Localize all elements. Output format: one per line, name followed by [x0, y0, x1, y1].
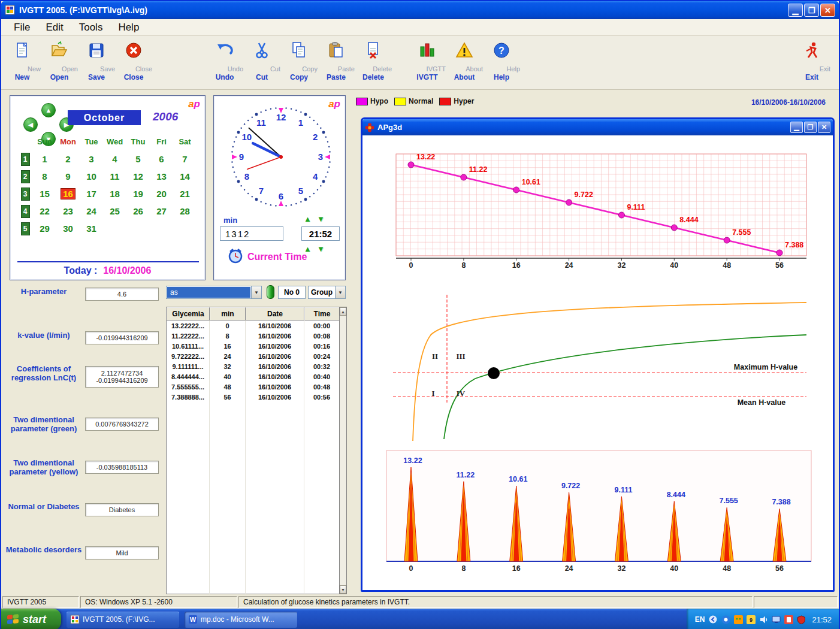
calendar-up-button[interactable]: ▲: [41, 103, 56, 117]
cut-button[interactable]: CutCut: [246, 40, 278, 83]
table-row[interactable]: 9.111111...3216/10/200600:32: [167, 361, 339, 371]
menu-tools[interactable]: Tools: [71, 20, 111, 35]
calendar-day[interactable]: 5: [134, 154, 142, 164]
save-button[interactable]: SaveSave: [80, 40, 113, 83]
calendar-month[interactable]: October: [68, 110, 141, 125]
dialer-icon[interactable]: [784, 615, 793, 624]
calendar-day-selected[interactable]: 16: [61, 188, 75, 199]
start-button[interactable]: start: [1, 609, 61, 629]
minutes-input[interactable]: 1312: [220, 226, 283, 241]
display-icon[interactable]: [771, 615, 781, 624]
calendar-day[interactable]: 27: [155, 206, 168, 216]
messenger-icon[interactable]: [721, 615, 730, 624]
about-button[interactable]: AboutAbout: [448, 40, 481, 83]
param-value-field[interactable]: 2.1127472734-0.019944316209: [85, 366, 159, 388]
calendar-day[interactable]: 30: [61, 223, 75, 234]
calendar-day[interactable]: 18: [108, 189, 122, 199]
calendar-day[interactable]: 1: [40, 154, 49, 164]
table-row[interactable]: 7.555555...4816/10/200600:48: [167, 382, 339, 392]
param-value-field[interactable]: Mild: [85, 546, 159, 560]
open-button[interactable]: OpenOpen: [43, 40, 75, 83]
taskbar-task-word[interactable]: W mp.doc - Microsoft W...: [185, 612, 297, 628]
calendar-day[interactable]: 6: [157, 154, 165, 164]
param-value-field[interactable]: 0.0076769343272: [85, 418, 159, 431]
qip-icon[interactable]: [733, 615, 743, 624]
taskbar-task-ivgtt[interactable]: IVGTT 2005. (F:\IVG...: [67, 612, 179, 628]
calendar-day[interactable]: 14: [178, 171, 192, 182]
close-button[interactable]: ✕: [820, 4, 835, 17]
column-header-time[interactable]: Time: [304, 307, 339, 320]
time-display[interactable]: 21:52: [301, 226, 340, 241]
meter-icon[interactable]: 9: [746, 615, 756, 624]
group-indicator-button[interactable]: [267, 285, 274, 299]
chevron-down-icon[interactable]: ▼: [251, 286, 261, 298]
language-indicator[interactable]: EN: [695, 615, 705, 624]
calendar-day[interactable]: 19: [131, 189, 145, 199]
apg3d-maximize-button[interactable]: ❐: [804, 122, 817, 133]
calendar-year[interactable]: 2006: [153, 110, 178, 123]
apg3d-title-bar[interactable]: APg3d ▁ ❐ ✕: [362, 119, 833, 135]
hidden-icons-arrow-icon[interactable]: [708, 615, 718, 624]
antivirus-icon[interactable]: [796, 615, 806, 624]
scroll-down-icon[interactable]: ▼: [340, 585, 346, 594]
apg3d-close-button[interactable]: ✕: [818, 122, 830, 133]
help-button[interactable]: ?HelpHelp: [485, 40, 518, 83]
exit-button[interactable]: ExitExit: [796, 40, 828, 83]
table-row[interactable]: 7.388888...5616/10/200600:56: [167, 392, 339, 402]
calendar-day[interactable]: 13: [155, 171, 168, 182]
calendar-day[interactable]: 31: [84, 223, 98, 234]
calendar-day[interactable]: 2: [64, 154, 72, 164]
menu-help[interactable]: Help: [110, 20, 147, 35]
new-button[interactable]: NewNew: [6, 40, 38, 83]
calendar-day[interactable]: 26: [131, 206, 145, 216]
param-value-field[interactable]: 4.6: [85, 288, 159, 301]
calendar-day[interactable]: 24: [84, 206, 98, 216]
calendar-day[interactable]: 25: [108, 206, 122, 216]
calendar-day[interactable]: 23: [61, 206, 75, 216]
table-row[interactable]: 10.61111...1616/10/200600:16: [167, 341, 339, 351]
calendar-day[interactable]: 11: [108, 171, 122, 182]
calendar-day[interactable]: 3: [87, 154, 95, 164]
calendar-prev-month-button[interactable]: ◀: [23, 117, 38, 132]
scroll-up-icon[interactable]: ▲: [340, 307, 346, 316]
calendar-day[interactable]: 4: [110, 154, 119, 164]
table-scrollbar[interactable]: ▲ ▼: [339, 307, 346, 594]
param-value-field[interactable]: -0.019944316209: [85, 331, 159, 344]
column-header-min[interactable]: min: [210, 307, 246, 320]
calendar-day[interactable]: 8: [40, 171, 49, 182]
copy-button[interactable]: CopyCopy: [283, 40, 315, 83]
group-number-field[interactable]: No 0: [278, 286, 306, 299]
delete-button[interactable]: DeleteDelete: [357, 40, 389, 83]
min-down-arrow[interactable]: ▼: [317, 244, 325, 253]
chevron-down-icon[interactable]: ▼: [335, 286, 345, 298]
restore-button[interactable]: ❐: [804, 4, 819, 17]
time-up-arrow[interactable]: ▲: [304, 214, 312, 223]
undo-button[interactable]: UndoUndo: [209, 40, 241, 83]
calendar-day[interactable]: 10: [84, 171, 98, 182]
table-row[interactable]: 9.722222...2416/10/200600:24: [167, 351, 339, 361]
calendar-day[interactable]: 21: [178, 189, 192, 199]
menu-edit[interactable]: Edit: [38, 20, 71, 35]
calendar-day[interactable]: 29: [38, 223, 52, 234]
column-header-date[interactable]: Date: [246, 307, 304, 320]
paste-button[interactable]: PastePaste: [320, 40, 352, 83]
minimize-button[interactable]: ▁: [788, 4, 803, 17]
calendar-day[interactable]: 20: [155, 189, 168, 199]
calendar-day[interactable]: 17: [84, 189, 98, 199]
table-row[interactable]: 13.22222...016/10/200600:00: [167, 320, 339, 331]
calendar-day[interactable]: 15: [38, 189, 52, 199]
apg3d-minimize-button[interactable]: ▁: [790, 122, 803, 133]
audio-icon[interactable]: [759, 615, 768, 624]
calendar-day[interactable]: 7: [180, 154, 189, 164]
calendar-day[interactable]: 12: [131, 171, 145, 182]
menu-file[interactable]: File: [6, 20, 38, 35]
calendar-day[interactable]: 9: [64, 171, 72, 182]
table-row[interactable]: 11.22222...816/10/200600:08: [167, 331, 339, 341]
param-value-field[interactable]: -0.035988185113: [85, 461, 159, 474]
time-down-arrow[interactable]: ▼: [317, 214, 325, 223]
close-button[interactable]: CloseClose: [117, 40, 150, 83]
calendar-day[interactable]: 22: [38, 206, 52, 216]
param-value-field[interactable]: Diabetes: [85, 503, 159, 516]
column-header-glycemia[interactable]: Glycemia: [167, 307, 210, 320]
group-combo[interactable]: Group ▼: [308, 286, 346, 299]
